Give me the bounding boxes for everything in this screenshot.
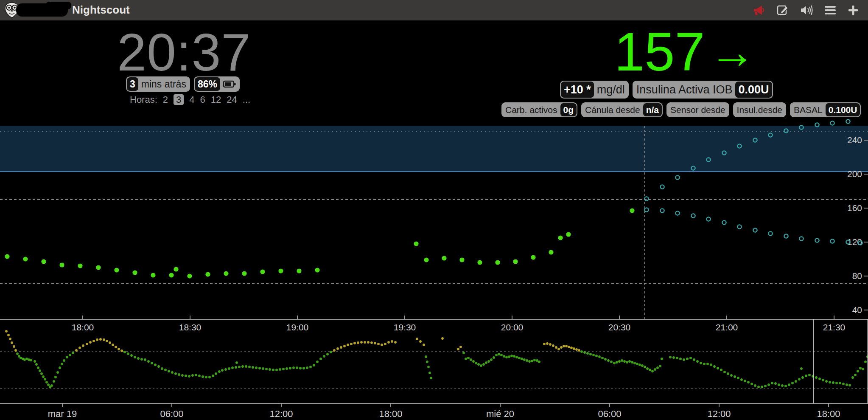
context-dot [302, 367, 305, 369]
cgm-dot[interactable] [442, 256, 446, 260]
context-dot [343, 345, 346, 347]
carbs-pill[interactable]: Carb. activos 0g [501, 102, 577, 117]
context-dot [808, 374, 811, 376]
context-dot [761, 386, 763, 388]
iob-pill[interactable]: Insulina Activa IOB 0.00U [633, 81, 773, 99]
context-dot [536, 359, 538, 362]
cgm-dot[interactable] [477, 260, 482, 265]
context-dot [134, 356, 136, 358]
context-dot [292, 366, 295, 369]
context-dot [842, 383, 845, 385]
context-dot [626, 361, 628, 364]
cgm-dot[interactable] [630, 208, 634, 213]
cgm-dot[interactable] [187, 273, 192, 278]
predicted-dot-lower [799, 237, 803, 240]
cgm-dot[interactable] [151, 273, 155, 277]
cgm-dot[interactable] [96, 265, 101, 270]
cgm-dot[interactable] [169, 273, 174, 277]
cgm-dot[interactable] [59, 262, 64, 267]
cgm-dot[interactable] [23, 257, 28, 261]
predicted-dot-lower [691, 214, 695, 217]
context-dot [669, 356, 672, 358]
context-dot [835, 382, 838, 384]
cgm-dot[interactable] [205, 272, 210, 276]
context-dot [744, 380, 746, 382]
menu-icon[interactable] [824, 6, 836, 15]
context-dot [628, 360, 631, 363]
iob-value: 0.00U [735, 82, 772, 98]
context-dot [14, 349, 17, 352]
delta-pill[interactable]: +10 * mg/dl [560, 81, 629, 99]
plus-icon[interactable] [848, 5, 859, 16]
context-dot [580, 350, 583, 353]
hours-option-2[interactable]: 2 [163, 94, 168, 105]
cgm-dot[interactable] [513, 259, 518, 264]
cgm-dot[interactable] [260, 269, 265, 274]
cgm-dot[interactable] [414, 241, 418, 246]
hours-option-3[interactable]: 3 [174, 94, 184, 105]
context-dot [231, 366, 234, 369]
focus-x-label: 18:30 [179, 322, 202, 332]
cgm-dot[interactable] [41, 259, 46, 264]
focus-x-label: 18:00 [72, 322, 94, 332]
iob-label: Insulina Activa IOB [633, 82, 736, 98]
context-dot [798, 378, 801, 381]
cgm-dot[interactable] [297, 268, 301, 273]
context-dot [570, 347, 573, 349]
context-dot [528, 360, 531, 363]
battery-badge[interactable]: 86% [194, 76, 240, 92]
edit-icon[interactable] [777, 4, 789, 16]
context-dot [258, 367, 261, 369]
cgm-dot[interactable] [495, 260, 500, 265]
context-dot [862, 368, 864, 370]
cgm-dot[interactable] [558, 235, 563, 240]
context-dot [364, 341, 366, 344]
context-dot [578, 349, 580, 352]
context-dot [245, 365, 247, 368]
cgm-dot[interactable] [424, 257, 428, 262]
cgm-dot[interactable] [566, 232, 571, 237]
hours-option-12[interactable]: 12 [211, 94, 221, 105]
cgm-dot[interactable] [174, 267, 178, 271]
context-dot [59, 366, 61, 369]
minutes-ago-badge[interactable]: 3 mins atrás [126, 76, 190, 92]
cgm-dot[interactable] [78, 263, 82, 268]
context-dot [5, 330, 8, 333]
basal-pill[interactable]: BASAL 0.100U [790, 102, 861, 117]
context-dot [384, 343, 386, 345]
context-dot [568, 346, 570, 348]
focus-x-label: 19:30 [394, 322, 416, 332]
cgm-dot[interactable] [5, 254, 9, 259]
hours-option-24[interactable]: 24 [227, 94, 237, 105]
cgm-dot[interactable] [114, 268, 119, 272]
context-dot [686, 358, 689, 360]
context-dot [560, 346, 563, 349]
sensor-pill[interactable]: Sensor desde [666, 102, 729, 117]
cgm-dot[interactable] [459, 257, 464, 262]
speaker-icon[interactable] [800, 5, 813, 16]
insulin-age-pill[interactable]: Insul.desde [733, 102, 786, 117]
cannula-pill[interactable]: Cánula desde n/a [581, 102, 663, 117]
context-dot [754, 384, 756, 387]
context-dot [557, 348, 560, 350]
hours-option-4[interactable]: 4 [189, 94, 194, 105]
cgm-dot[interactable] [531, 255, 535, 259]
cgm-dot[interactable] [242, 271, 246, 276]
cgm-dot[interactable] [549, 250, 553, 254]
context-dot [518, 357, 521, 359]
carbs-value: 0g [560, 103, 577, 116]
cgm-dot[interactable] [132, 270, 137, 275]
hours-option-[interactable]: ... [243, 94, 250, 105]
cgm-dot[interactable] [224, 271, 228, 276]
insulin-age-label: Insul.desde [734, 103, 785, 116]
high-zone-band [0, 126, 868, 172]
announcement-icon[interactable] [753, 4, 765, 16]
cgm-dot[interactable] [315, 268, 319, 272]
context-dot [228, 367, 230, 370]
current-bg[interactable]: 157 → [614, 20, 753, 83]
hours-option-6[interactable]: 6 [200, 94, 205, 105]
context-dot [72, 352, 74, 354]
focus-x-label: 20:30 [608, 322, 631, 332]
context-dot [69, 354, 71, 356]
cgm-dot[interactable] [278, 268, 283, 273]
